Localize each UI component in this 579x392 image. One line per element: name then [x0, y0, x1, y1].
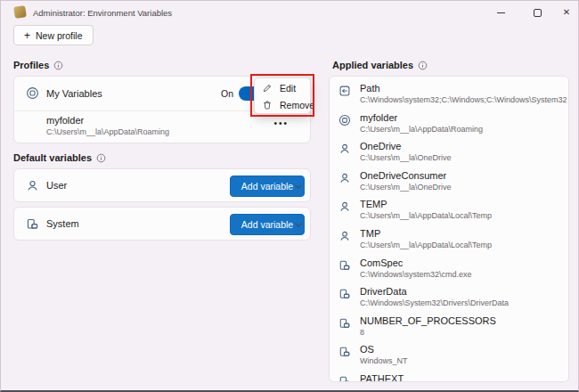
applied-variable-row: OneDriveConsumer C:\Users\m__la\OneDrive	[330, 169, 568, 199]
context-menu-item[interactable]: Edit	[255, 79, 310, 96]
info-icon[interactable]	[53, 61, 63, 70]
info-icon[interactable]	[418, 61, 428, 70]
info-icon[interactable]	[96, 153, 106, 163]
app-icon	[13, 5, 27, 19]
applied-variable-row: OneDrive C:\Users\m__la\OneDrive	[330, 140, 568, 169]
applied-variable-value: C:\Users\m__la\AppData\Local\Temp	[360, 241, 567, 249]
system-icon	[26, 217, 39, 231]
applied-variable-name: TEMP	[360, 199, 387, 209]
applied-variables-heading: Applied variables	[332, 60, 428, 70]
system-icon	[338, 375, 351, 382]
profile-variable-row: myfolder C:\Users\m__la\AppData\Roaming …	[14, 111, 310, 144]
pencil-icon	[262, 83, 273, 94]
applied-variable-row: ComSpec C:\Windows\system32\cmd.exe	[330, 257, 568, 286]
applied-variable-value: C:\Users\m__la\OneDrive	[360, 183, 567, 192]
profiles-heading-label: Profiles	[13, 60, 49, 70]
context-menu-item[interactable]: Remove	[255, 96, 310, 113]
system-icon	[338, 346, 351, 358]
titlebar: Administrator: Environment Variables ✕	[1, 1, 578, 24]
context-menu: Edit Remove	[254, 78, 311, 114]
applied-variable-row: DriverData C:\Windows\System32\Drivers\D…	[330, 285, 568, 314]
close-button[interactable]: ✕	[551, 3, 579, 22]
applied-variables-heading-label: Applied variables	[332, 60, 413, 70]
user-icon	[26, 179, 39, 192]
close-icon: ✕	[563, 8, 570, 17]
minimize-icon	[497, 12, 505, 13]
minimize-button[interactable]	[485, 3, 516, 22]
applied-variable-name: TMP	[360, 228, 380, 239]
applied-variable-row: TEMP C:\Users\m__la\AppData\Local\Temp	[330, 198, 568, 227]
variable-name: myfolder	[46, 115, 84, 126]
user-variables-card: User Add variable	[13, 168, 311, 202]
applied-variable-name: ComSpec	[360, 257, 403, 268]
applied-variables-card: Path C:\Windows\system32;C:\Windows;C:\W…	[329, 76, 569, 382]
toggle-label: On	[221, 88, 233, 99]
default-variables-heading: Default variables	[13, 152, 106, 163]
applied-variable-value: C:\Windows\system32\cmd.exe	[360, 270, 567, 279]
system-variables-card: System Add variable	[13, 207, 311, 241]
more-button[interactable]: •••	[273, 118, 289, 128]
chevron-down-icon[interactable]	[292, 180, 305, 192]
profile-icon	[26, 86, 39, 100]
applied-variable-row: PATHEXT	[330, 372, 568, 382]
context-menu-item-label: Edit	[280, 83, 296, 94]
default-variables-heading-label: Default variables	[13, 152, 92, 163]
applied-variable-value: Windows_NT	[360, 356, 567, 365]
profiles-heading: Profiles	[13, 60, 63, 70]
user-icon	[338, 143, 351, 155]
applied-variable-value: C:\Windows\System32\Drivers\DriverData	[360, 298, 567, 307]
applied-variable-value: C:\Users\m__la\OneDrive	[360, 153, 567, 162]
path-icon	[338, 85, 351, 97]
plus-icon: +	[24, 30, 30, 41]
applied-variable-value: C:\Users\m__la\AppData\Local\Temp	[360, 211, 567, 220]
context-menu-item-label: Remove	[280, 100, 314, 110]
applied-variable-row: myfolder C:\Users\m__la\AppData\Roaming	[330, 111, 568, 141]
profile-name: My Variables	[46, 88, 102, 99]
variable-path: C:\Users\m__la\AppData\Roaming	[46, 127, 169, 136]
applied-variable-value: 8	[360, 328, 567, 337]
applied-variable-name: myfolder	[360, 112, 397, 123]
applied-variable-name: OS	[360, 344, 374, 355]
system-icon	[338, 259, 351, 272]
trash-icon	[262, 100, 273, 110]
maximize-button[interactable]	[522, 3, 552, 22]
applied-variable-name: PATHEXT	[360, 373, 404, 382]
profile-icon	[338, 114, 351, 127]
user-icon	[338, 200, 351, 213]
chevron-down-icon[interactable]	[292, 218, 305, 231]
applied-variable-row: Path C:\Windows\system32;C:\Windows;C:\W…	[330, 82, 568, 111]
system-icon	[338, 317, 351, 330]
applied-variable-value: C:\Windows\system32;C:\Windows;C:\Window…	[360, 95, 567, 104]
applied-variable-name: OneDriveConsumer	[360, 170, 446, 181]
system-icon	[338, 288, 351, 300]
applied-variable-name: OneDrive	[360, 141, 401, 151]
applied-variable-name: Path	[360, 83, 380, 94]
applied-variable-value: C:\Users\m__la\AppData\Roaming	[360, 125, 567, 134]
applied-variable-row: OS Windows_NT	[330, 343, 568, 372]
environment-variables-window: Administrator: Environment Variables ✕ +…	[0, 0, 579, 392]
user-icon	[338, 230, 351, 242]
user-card-label: User	[46, 180, 67, 191]
maximize-icon	[534, 9, 542, 17]
new-profile-label: New profile	[36, 30, 83, 41]
user-icon	[338, 172, 351, 184]
window-title: Administrator: Environment Variables	[33, 8, 172, 18]
new-profile-button[interactable]: + New profile	[13, 25, 94, 45]
system-card-label: System	[46, 218, 79, 229]
applied-variable-row: TMP C:\Users\m__la\AppData\Local\Temp	[330, 227, 568, 257]
applied-variable-row: NUMBER_OF_PROCESSORS 8	[330, 314, 568, 344]
applied-variable-name: DriverData	[360, 286, 407, 297]
applied-variable-name: NUMBER_OF_PROCESSORS	[360, 315, 496, 326]
